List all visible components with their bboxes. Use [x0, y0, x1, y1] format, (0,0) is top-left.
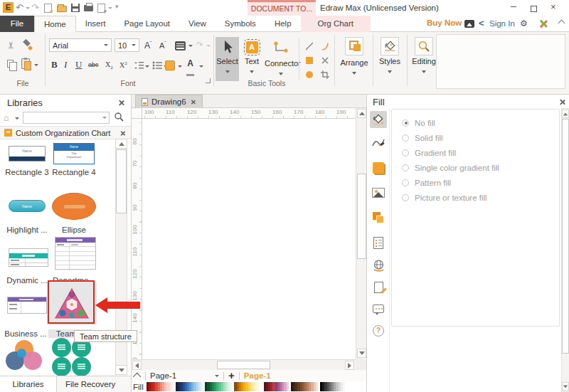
- shape-clover[interactable]: [51, 338, 92, 378]
- highlight-caret[interactable]: [178, 65, 182, 68]
- radio-single-color-gradient-fill[interactable]: [402, 164, 409, 171]
- shape-team-structure[interactable]: [47, 282, 97, 324]
- shape-department-table[interactable]: [55, 237, 96, 270]
- subscript-button[interactable]: X2: [105, 60, 113, 70]
- fill-panel-close-icon[interactable]: [559, 99, 565, 105]
- underline-button[interactable]: U: [75, 59, 82, 70]
- font-family-caret[interactable]: [104, 44, 108, 46]
- rectangle-tool-icon[interactable]: [304, 55, 315, 66]
- libraries-close-icon[interactable]: [118, 100, 124, 106]
- font-size-combo[interactable]: 10: [115, 38, 139, 52]
- tab-file-recovery[interactable]: File Recovery: [57, 376, 115, 392]
- shape-venn[interactable]: [6, 340, 43, 376]
- collapse-ribbon-icon[interactable]: [558, 20, 565, 27]
- ribbon-tab-org-chart[interactable]: Org Chart: [301, 16, 371, 32]
- undo-icon[interactable]: ↶: [16, 3, 23, 13]
- canvas-scroll-down[interactable]: [357, 349, 366, 358]
- rotate-text-icon[interactable]: ↷: [196, 40, 203, 50]
- color-swatch[interactable]: [171, 382, 174, 391]
- radio-gradient-fill[interactable]: [402, 149, 409, 157]
- file-menu-tab[interactable]: File: [0, 16, 34, 32]
- ribbon-tab-insert[interactable]: Insert: [76, 16, 115, 32]
- shape-dynamic-table[interactable]: [9, 248, 48, 267]
- paste-icon[interactable]: [21, 58, 30, 69]
- italic-button[interactable]: I: [64, 59, 67, 70]
- superscript-button[interactable]: X2: [119, 60, 127, 69]
- line-style-icon[interactable]: [370, 134, 387, 151]
- select-tool-button[interactable]: Select: [216, 37, 239, 81]
- font-color-button[interactable]: A: [186, 58, 194, 78]
- fill-panel-scroll-up[interactable]: [562, 110, 569, 118]
- library-section-header[interactable]: Custom Organization Chart: [0, 126, 131, 139]
- paste-dropdown-caret[interactable]: [34, 64, 38, 66]
- feedback-icon[interactable]: [464, 20, 474, 28]
- ribbon-tab-help[interactable]: Help: [265, 16, 301, 32]
- layers-icon[interactable]: [370, 209, 387, 226]
- fill-option-solid-fill[interactable]: Solid fill: [392, 130, 559, 145]
- canvas-horizontal-scrollbar[interactable]: [132, 359, 356, 370]
- line-spacing-icon[interactable]: [134, 61, 144, 70]
- shape-business-table[interactable]: [7, 297, 47, 314]
- open-file-icon[interactable]: [57, 6, 67, 12]
- radio-pattern-fill[interactable]: [402, 179, 409, 186]
- color-swatch[interactable]: [345, 382, 347, 391]
- arc-tool-icon[interactable]: [319, 41, 331, 52]
- fill-panel-scroll-down[interactable]: [562, 382, 569, 391]
- drawing-page[interactable]: [142, 119, 356, 359]
- fill-option-pattern-fill[interactable]: Pattern fill: [392, 175, 559, 190]
- radio-solid-fill[interactable]: [402, 134, 409, 142]
- radio-picture-or-texture-fill[interactable]: [402, 194, 409, 201]
- shrink-font-button[interactable]: Aˇ: [159, 41, 166, 50]
- canvas-vscroll-thumb[interactable]: [357, 174, 366, 259]
- language-support-icon[interactable]: [538, 19, 548, 28]
- shape-rectangle-4[interactable]: NameTitle Department: [53, 143, 95, 164]
- library-section-close-icon[interactable]: [120, 131, 126, 137]
- bullets-icon[interactable]: [152, 61, 162, 70]
- page-tab-active[interactable]: Page-1: [244, 371, 271, 380]
- canvas-scroll-left[interactable]: [132, 361, 142, 370]
- align-dropdown-caret[interactable]: [188, 45, 193, 47]
- document-tab-close-icon[interactable]: [190, 99, 195, 104]
- styles-button[interactable]: Styles: [374, 37, 405, 81]
- collapse-pagebar-icon[interactable]: [133, 373, 141, 381]
- cut-icon[interactable]: ✂: [6, 41, 16, 49]
- bold-button[interactable]: B: [51, 59, 58, 70]
- text-tool-button[interactable]: A Text: [240, 37, 263, 81]
- undo-dropdown-caret[interactable]: [26, 7, 30, 9]
- shape-rectangle-3[interactable]: Name: [9, 146, 46, 161]
- page-selector[interactable]: Page-1: [150, 371, 176, 380]
- edraw-logo-icon[interactable]: E: [3, 2, 14, 13]
- fill-panel-scroll-thumb[interactable]: [562, 119, 569, 354]
- arrange-button[interactable]: Arrange: [337, 37, 371, 81]
- page-selector-caret[interactable]: [215, 375, 219, 377]
- comment-icon[interactable]: [370, 300, 387, 317]
- shadow-icon[interactable]: [370, 159, 387, 176]
- radio-no-fill[interactable]: [402, 120, 409, 127]
- font-color-caret[interactable]: [199, 65, 203, 68]
- picture-icon[interactable]: [370, 184, 387, 201]
- redo-icon[interactable]: ↷: [31, 3, 39, 13]
- new-file-icon[interactable]: +: [44, 4, 52, 13]
- home-icon[interactable]: ⌂: [4, 112, 9, 123]
- shape-highlight[interactable]: Name: [9, 200, 46, 212]
- sign-in-link[interactable]: Sign In: [489, 19, 515, 28]
- library-search-input[interactable]: [23, 112, 110, 124]
- font-size-caret[interactable]: [132, 44, 136, 46]
- crop-tool-icon[interactable]: [319, 69, 331, 80]
- line-spacing-caret[interactable]: [145, 65, 149, 68]
- delete-tool-icon[interactable]: [319, 55, 331, 66]
- ribbon-tab-page-layout[interactable]: Page Layout: [115, 16, 179, 32]
- canvas-scroll-up[interactable]: [357, 109, 366, 118]
- ellipse-tool-icon[interactable]: [304, 69, 315, 80]
- fill-bucket-icon[interactable]: [370, 111, 387, 128]
- library-scroll-up[interactable]: [115, 139, 127, 149]
- canvas-vertical-scrollbar[interactable]: [356, 108, 366, 359]
- note-icon[interactable]: [370, 234, 387, 251]
- ribbon-tab-symbols[interactable]: Symbols: [216, 16, 265, 32]
- export-icon[interactable]: ▾: [97, 4, 105, 13]
- format-painter-icon[interactable]: [23, 41, 32, 50]
- fill-option-gradient-fill[interactable]: Gradient fill: [392, 145, 559, 160]
- tab-libraries[interactable]: Libraries: [0, 376, 57, 392]
- buy-now-link[interactable]: Buy Now: [427, 18, 462, 27]
- add-page-button[interactable]: +: [228, 371, 235, 380]
